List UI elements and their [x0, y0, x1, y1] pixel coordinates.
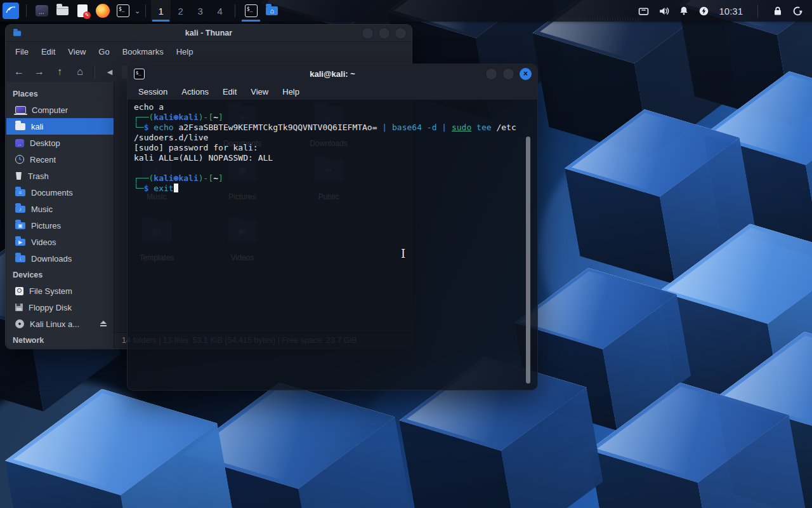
forward-button[interactable]: →	[31, 64, 48, 80]
applications-menu-button[interactable]	[3, 3, 19, 19]
folder-icon: ♪	[15, 206, 25, 213]
dark-window-icon: ⋯	[36, 5, 48, 17]
terminal-line	[134, 163, 522, 173]
folder-icon	[15, 123, 25, 130]
path-scroll-left-button[interactable]: ◀	[102, 64, 118, 80]
terminal-scrollbar[interactable]	[526, 137, 530, 384]
terminal-menu-actions[interactable]: Actions	[176, 85, 214, 98]
terminal-line: ┌──(kali⊛kali)-[~]	[134, 112, 522, 123]
workspace-switcher: 1234	[151, 0, 230, 22]
launcher-text-editor[interactable]: ✎	[74, 3, 91, 19]
taskbar-terminal-window[interactable]: $_	[240, 0, 261, 22]
thunar-menu-help[interactable]: Help	[171, 45, 199, 58]
launcher-file-manager[interactable]	[54, 3, 70, 19]
terminal-line: └─$ echo a2FsaSBBTEw9KEFMTCkgTk9QQVNTV0Q…	[134, 123, 522, 133]
minimize-button[interactable]	[485, 68, 497, 80]
clock[interactable]: 10:31	[719, 6, 743, 17]
workspace-3[interactable]: 3	[190, 0, 210, 22]
network-icon[interactable]	[638, 6, 649, 17]
maximize-button[interactable]	[502, 68, 514, 80]
logout-icon[interactable]	[792, 6, 803, 17]
folder-icon	[56, 6, 69, 15]
sidebar-item-downloads[interactable]: ↓Downloads	[6, 250, 114, 267]
terminal-output: echo a┌──(kali⊛kali)-[~]└─$ echo a2FsaSB…	[134, 102, 522, 194]
folder-icon: ≡	[15, 189, 25, 196]
folder-icon: ▶	[15, 239, 25, 246]
thunar-titlebar[interactable]: kali - Thunar	[6, 25, 412, 41]
sidebar-item-kali-linux-a[interactable]: Kali Linux a...	[6, 316, 114, 332]
sidebar-item-label: kali	[31, 122, 44, 131]
back-button[interactable]: ←	[11, 64, 27, 80]
up-button[interactable]: ↑	[51, 64, 68, 80]
terminal-line: kali ALL=(ALL) NOPASSWD: ALL	[134, 153, 522, 163]
terminal-screen[interactable]: echo a┌──(kali⊛kali)-[~]└─$ echo a2FsaSB…	[128, 100, 537, 390]
notifications-bell-icon[interactable]	[679, 6, 689, 16]
sidebar-item-label: Videos	[31, 237, 56, 247]
sidebar-item-computer[interactable]: Computer	[6, 102, 114, 118]
thunar-menu-file[interactable]: File	[10, 45, 34, 58]
terminal-titlebar[interactable]: $_ kali@kali: ~ ×	[128, 64, 537, 84]
eject-icon[interactable]	[100, 321, 107, 327]
document-icon: ✎	[77, 4, 88, 17]
desktop: ⋯ ✎ $_ ⌄ 1234 $_ ⌂ 10:31	[0, 0, 812, 508]
close-button[interactable]	[395, 27, 407, 39]
workspace-2[interactable]: 2	[171, 0, 190, 22]
thunar-menu-go[interactable]: Go	[93, 45, 115, 58]
sidebar-item-desktop[interactable]: ‥Desktop	[6, 135, 114, 151]
top-panel: ⋯ ✎ $_ ⌄ 1234 $_ ⌂ 10:31	[0, 0, 812, 22]
thunar-menu-bookmarks[interactable]: Bookmarks	[117, 45, 169, 58]
workspace-1[interactable]: 1	[151, 0, 171, 22]
panel-separator	[235, 4, 235, 17]
workspace-4[interactable]: 4	[210, 0, 230, 22]
sidebar-item-file-system[interactable]: File System	[6, 283, 114, 299]
maximize-button[interactable]	[378, 27, 390, 39]
thunar-menubar: FileEditViewGoBookmarksHelp	[6, 41, 412, 61]
launcher-terminal[interactable]: $_	[115, 3, 131, 19]
sidebar-item-floppy-disk[interactable]: Floppy Disk	[6, 299, 114, 316]
cdrom-icon	[15, 319, 24, 328]
thunar-window-title: kali - Thunar	[6, 29, 412, 37]
taskbar-thunar-window[interactable]: ⌂	[261, 0, 282, 22]
sidebar-item-videos[interactable]: ▶Videos	[6, 234, 114, 250]
terminal-line: /sudoers.d/live	[134, 133, 522, 143]
terminal-menu-view[interactable]: View	[245, 85, 274, 98]
terminal-menu-help[interactable]: Help	[277, 85, 305, 98]
sidebar-item-label: Kali Linux a...	[30, 319, 79, 329]
sidebar-item-documents[interactable]: ≡Documents	[6, 184, 114, 201]
launcher-firefox[interactable]	[95, 3, 111, 19]
filesystem-drive-icon	[15, 287, 23, 295]
sidebar-item-kali[interactable]: kali	[6, 118, 114, 135]
home-button[interactable]: ⌂	[72, 64, 88, 80]
computer-icon	[15, 106, 26, 114]
terminal-line: ┌──(kali⊛kali)-[~]	[134, 173, 522, 184]
network-header: Network	[6, 332, 114, 348]
chevron-down-icon[interactable]: ⌄	[134, 7, 140, 15]
terminal-window: $_ kali@kali: ~ × SessionActionsEditView…	[127, 64, 538, 391]
desktop-icon: ‥	[15, 139, 24, 147]
sidebar-item-label: Trash	[28, 171, 49, 181]
floppy-icon	[15, 304, 23, 311]
thunar-menu-view[interactable]: View	[62, 45, 91, 58]
terminal-menu-edit[interactable]: Edit	[217, 85, 242, 98]
volume-icon[interactable]	[658, 6, 669, 17]
sidebar-item-label: Desktop	[30, 138, 60, 148]
terminal-menu-session[interactable]: Session	[133, 85, 173, 98]
sidebar-item-label: Downloads	[31, 254, 72, 264]
sidebar-item-music[interactable]: ♪Music	[6, 201, 114, 217]
sidebar-item-recent[interactable]: Recent	[6, 151, 114, 168]
sidebar-item-trash[interactable]: Trash	[6, 168, 114, 184]
kali-logo-icon	[4, 3, 17, 18]
places-header: Places	[6, 86, 114, 102]
launcher-window-app[interactable]: ⋯	[34, 3, 50, 19]
close-button[interactable]: ×	[520, 68, 532, 80]
lock-icon[interactable]	[773, 6, 783, 16]
taskbar: $_ ⌂	[240, 0, 282, 22]
thunar-menu-edit[interactable]: Edit	[36, 45, 61, 58]
minimize-button[interactable]	[362, 27, 374, 39]
power-indicator-icon[interactable]	[698, 6, 709, 17]
sidebar-item-label: Computer	[32, 105, 68, 115]
sidebar-item-pictures[interactable]: ▣Pictures	[6, 217, 114, 234]
sidebar-item-label: Recent	[30, 155, 56, 164]
terminal-line: echo a	[134, 102, 522, 112]
recent-clock-icon	[15, 155, 24, 164]
